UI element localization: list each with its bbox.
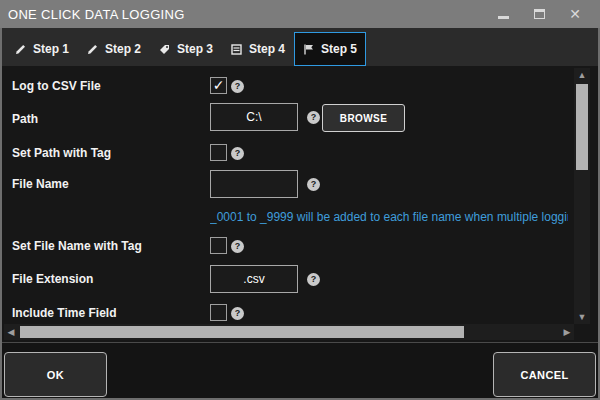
path-label: Path	[12, 112, 38, 126]
file-extension-label: File Extension	[12, 272, 93, 286]
include-time-field-help-icon[interactable]: ?	[231, 307, 244, 320]
path-help-icon[interactable]: ?	[307, 111, 320, 124]
file-name-input[interactable]	[210, 170, 298, 198]
tab-label: Step 2	[105, 42, 141, 56]
tab-step-5[interactable]: Step 5	[294, 32, 366, 66]
browse-button[interactable]: BROWSE	[322, 104, 405, 132]
set-file-name-with-tag-label: Set File Name with Tag	[12, 239, 142, 253]
tab-bar: Step 1 Step 2 Step 3 Step 4	[2, 28, 598, 66]
list-icon	[231, 44, 242, 55]
file-extension-help-icon[interactable]: ?	[307, 273, 320, 286]
maximize-button[interactable]	[528, 3, 550, 25]
scroll-left-icon[interactable]: ◀	[4, 325, 18, 339]
log-to-csv-checkbox[interactable]: ✓	[210, 77, 227, 94]
log-to-csv-help-icon[interactable]: ?	[231, 80, 244, 93]
tab-step-1[interactable]: Step 1	[6, 32, 78, 66]
tab-label: Step 4	[249, 42, 285, 56]
tag-icon	[159, 44, 170, 55]
tab-label: Step 3	[177, 42, 213, 56]
set-path-with-tag-help-icon[interactable]: ?	[231, 147, 244, 160]
button-bar: OK CANCEL	[2, 342, 598, 398]
scroll-up-icon[interactable]: ▲	[574, 68, 590, 82]
tab-label: Step 1	[33, 42, 69, 56]
vertical-scrollbar-thumb[interactable]	[576, 84, 588, 170]
set-file-name-with-tag-help-icon[interactable]: ?	[231, 240, 244, 253]
maximize-icon	[534, 9, 545, 19]
include-time-field-label: Include Time Field	[12, 306, 116, 320]
set-path-with-tag-checkbox[interactable]	[210, 144, 227, 161]
close-button[interactable]: ✕	[564, 3, 586, 25]
file-name-label: File Name	[12, 177, 69, 191]
path-input[interactable]	[210, 103, 298, 131]
include-time-field-checkbox[interactable]	[210, 304, 227, 321]
window-controls: ✕	[492, 3, 592, 25]
close-icon: ✕	[569, 7, 581, 21]
checkmark-icon: ✓	[213, 77, 225, 93]
minimize-button[interactable]	[492, 3, 514, 25]
scroll-down-icon[interactable]: ▼	[574, 310, 590, 324]
file-name-help-icon[interactable]: ?	[307, 178, 320, 191]
pencil-icon	[87, 44, 98, 55]
flag-icon	[303, 44, 314, 55]
tab-step-2[interactable]: Step 2	[78, 32, 150, 66]
vertical-scrollbar[interactable]: ▲ ▼	[574, 68, 590, 324]
tab-step-4[interactable]: Step 4	[222, 32, 294, 66]
file-name-hint: _0001 to _9999 will be added to each fil…	[210, 210, 568, 224]
ok-button[interactable]: OK	[4, 352, 107, 397]
scroll-right-icon[interactable]: ▶	[560, 325, 574, 339]
horizontal-scrollbar-thumb[interactable]	[20, 326, 464, 338]
set-file-name-with-tag-checkbox[interactable]	[210, 237, 227, 254]
file-extension-input[interactable]	[210, 265, 298, 293]
horizontal-scrollbar[interactable]: ◀ ▶	[4, 324, 574, 340]
log-to-csv-label: Log to CSV File	[12, 79, 101, 93]
cancel-button[interactable]: CANCEL	[493, 352, 596, 397]
minimize-icon	[498, 16, 509, 19]
pencil-icon	[15, 44, 26, 55]
window-title: ONE CLICK DATA LOGGING	[8, 7, 492, 22]
dialog-window: ONE CLICK DATA LOGGING ✕ Step 1 Step 2	[0, 0, 600, 400]
titlebar[interactable]: ONE CLICK DATA LOGGING ✕	[0, 0, 600, 28]
tab-step-3[interactable]: Step 3	[150, 32, 222, 66]
tab-label: Step 5	[321, 42, 357, 56]
set-path-with-tag-label: Set Path with Tag	[12, 146, 111, 160]
form-content: Log to CSV File ✓ ? Path ? BROWSE Set Pa…	[2, 66, 598, 342]
